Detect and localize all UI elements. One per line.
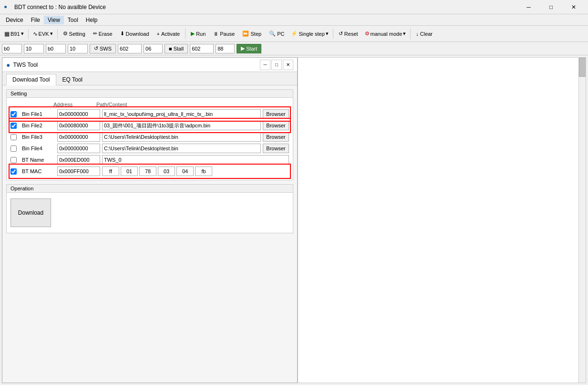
pause-icon: ⏸ (213, 31, 218, 37)
bin-file1-path-cell (102, 109, 261, 119)
bt-name-value[interactable] (102, 155, 289, 165)
pause-button[interactable]: ⏸ Pause (210, 28, 238, 40)
bin-file2-row: Bin File2 Browser (10, 120, 289, 131)
status-value-4[interactable] (216, 44, 235, 53)
header-check (10, 102, 20, 107)
tab-eq-tool[interactable]: EQ Tool (56, 74, 89, 85)
scrollbar-thumb[interactable] (579, 58, 586, 77)
tws-maximize-button[interactable]: □ (271, 60, 282, 70)
clear-button[interactable]: ↓ Clear (413, 28, 436, 40)
operation-group: Operation Download (6, 184, 293, 233)
bt-name-label: BT Name (22, 157, 55, 163)
stall-button[interactable]: ■ Stall (165, 44, 188, 53)
bt-mac-checkbox[interactable] (10, 168, 17, 175)
menu-device[interactable]: Device (2, 16, 27, 24)
bin-file3-path[interactable] (102, 132, 261, 142)
bin-file3-row: Bin File3 Browser (10, 131, 289, 143)
download-operation-button[interactable]: Download (10, 198, 51, 227)
evk-chevron-icon: ▾ (50, 31, 53, 37)
bin-file4-browser-button[interactable]: Browser (263, 144, 289, 153)
download-toolbar-button[interactable]: ⬇ Download (117, 28, 153, 40)
bin-file3-browser-button[interactable]: Browser (263, 132, 289, 142)
status-input-3[interactable] (46, 44, 66, 53)
bin-file1-checkbox[interactable] (10, 111, 17, 117)
separator-3 (185, 29, 186, 39)
tws-minimize-button[interactable]: ─ (260, 60, 270, 70)
bt-mac-fields (102, 166, 289, 176)
bin-file4-address[interactable] (57, 144, 100, 153)
bin-file1-address[interactable] (57, 109, 100, 119)
bin-file2-path[interactable] (102, 121, 261, 130)
bin-file2-address[interactable] (57, 121, 100, 130)
menu-help[interactable]: Help (82, 16, 102, 24)
erase-button[interactable]: ✏ Erase (90, 28, 116, 40)
title-bar-text: BDT connect to : No availble Device (14, 4, 518, 10)
tws-close-button[interactable]: ✕ (283, 60, 293, 70)
close-button[interactable]: ✕ (563, 0, 584, 14)
bin-file3-checkbox[interactable] (10, 134, 17, 140)
bin-file2-browser-button[interactable]: Browser (263, 121, 289, 130)
status-value-1[interactable] (118, 44, 142, 53)
menu-tool[interactable]: Tool (64, 16, 82, 24)
bin-file3-address[interactable] (57, 132, 100, 142)
bt-mac-byte-3[interactable] (139, 166, 156, 176)
menu-view[interactable]: View (44, 16, 64, 24)
bt-mac-byte-4[interactable] (158, 166, 175, 176)
bin-file4-path[interactable] (102, 144, 261, 153)
status-value-2[interactable] (144, 44, 163, 53)
app-icon: ● (4, 3, 11, 11)
status-input-4[interactable] (68, 44, 88, 53)
manual-mode-button[interactable]: ⚙ manual mode ▾ (362, 28, 409, 40)
bin-file2-checkbox[interactable] (10, 123, 17, 129)
tws-title-text: TWS Tool (13, 62, 260, 68)
bin-file1-browser-cell: Browser (263, 109, 289, 119)
bin-file2-label: Bin File2 (22, 123, 55, 128)
bt-mac-check-cell (10, 168, 20, 175)
start-button[interactable]: ▶ Start (237, 44, 261, 53)
bin-file1-addr-cell (57, 109, 100, 119)
sws-button[interactable]: ↺ SWS (90, 44, 116, 53)
reset-button[interactable]: ↺ Reset (335, 28, 361, 40)
minimize-button[interactable]: ─ (518, 0, 539, 14)
header-address: Address (53, 102, 96, 107)
status-value-3[interactable] (190, 44, 214, 53)
maximize-button[interactable]: □ (540, 0, 562, 14)
bin-file4-label: Bin File4 (22, 146, 55, 151)
run-icon: ▶ (191, 31, 195, 37)
pc-button[interactable]: 🔍 PC (266, 28, 288, 40)
single-step-button[interactable]: ⚡ Single step ▾ (289, 28, 330, 40)
step-button[interactable]: ⏩ Step (239, 28, 265, 40)
evk-selector[interactable]: ∿ EVK ▾ (31, 28, 55, 40)
bt-name-path-cell (102, 155, 289, 165)
bin-file3-path-cell (102, 132, 261, 142)
status-input-1[interactable] (2, 44, 22, 53)
chip-selector[interactable]: ▦ B91 ▾ (2, 28, 26, 40)
bt-mac-byte-1[interactable] (102, 166, 119, 176)
bt-name-checkbox[interactable] (10, 157, 17, 163)
bt-mac-row: BT MAC (10, 166, 289, 177)
start-icon: ▶ (241, 45, 245, 52)
run-button[interactable]: ▶ Run (187, 28, 209, 40)
bin-file1-path[interactable] (102, 109, 261, 119)
bin-file2-check-cell (10, 123, 20, 129)
bt-mac-byte-6[interactable] (195, 166, 212, 176)
setting-group-title: Setting (7, 90, 293, 98)
bin-file3-addr-cell (57, 132, 100, 142)
chip-chevron-icon: ▾ (21, 31, 24, 37)
refresh-icon: ↺ (94, 45, 98, 52)
setting-button[interactable]: ⚙ Setting (60, 28, 89, 40)
bt-mac-byte-5[interactable] (176, 166, 194, 176)
bin-file4-row: Bin File4 Browser (10, 143, 289, 154)
activate-button[interactable]: + Activate (154, 28, 184, 40)
bin-file1-browser-button[interactable]: Browser (263, 109, 289, 119)
bin-file4-checkbox[interactable] (10, 146, 17, 152)
tab-download-tool[interactable]: Download Tool (6, 74, 56, 85)
header-label (20, 102, 53, 107)
scrollbar-right[interactable] (578, 58, 586, 383)
bt-name-address[interactable] (57, 155, 100, 165)
bt-mac-address[interactable] (57, 166, 100, 176)
bt-mac-byte-2[interactable] (121, 166, 138, 176)
bin-file3-label: Bin File3 (22, 134, 55, 140)
status-input-2[interactable] (24, 44, 44, 53)
menu-file[interactable]: File (27, 16, 44, 24)
